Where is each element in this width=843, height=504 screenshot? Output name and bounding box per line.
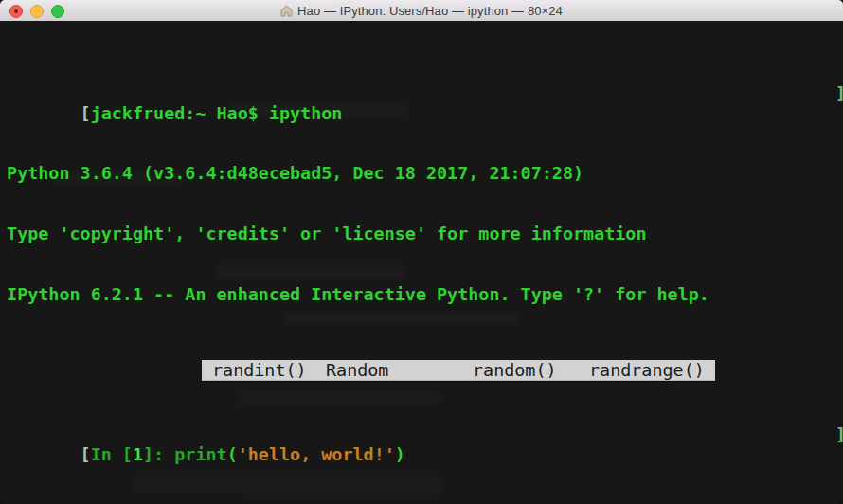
autocomplete-item[interactable]: random() <box>473 360 557 381</box>
close-button[interactable] <box>9 5 23 18</box>
home-folder-icon[interactable] <box>280 5 293 17</box>
autocomplete-item[interactable]: randrange() <box>589 360 705 381</box>
python-banner-line: Type 'copyright', 'credits' or 'license'… <box>0 224 843 243</box>
right-bracket-artifact: ] <box>835 424 843 444</box>
left-bracket-artifact: [ <box>81 444 91 464</box>
shell-prompt-line: [jackfrued:~ Hao$ ipython ] <box>0 83 843 103</box>
zoom-button[interactable] <box>51 5 64 18</box>
python-banner-line: Python 3.6.4 (v3.6.4:d48ecebad5, Dec 18 … <box>0 163 843 183</box>
prompt-number: 1 <box>133 444 143 464</box>
title-bar[interactable]: Hao — IPython: Users/Hao — ipython — 80×… <box>0 0 843 22</box>
prompt-label: ]: <box>143 444 174 464</box>
left-bracket-artifact: [ <box>81 103 91 123</box>
banner-text: IPython 6.2.1 -- An enhanced Interactive… <box>7 284 709 304</box>
autocomplete-menu: randint() Random random() randrange() <box>202 360 715 381</box>
input-line-1: [In [1]: print('hello, world!') ] <box>0 424 843 444</box>
banner-text: Type 'copyright', 'credits' or 'license'… <box>7 224 646 243</box>
window-title-group: Hao — IPython: Users/Hao — ipython — 80×… <box>280 4 563 18</box>
terminal-content[interactable]: [jackfrued:~ Hao$ ipython ] Python 3.6.4… <box>0 21 843 504</box>
banner-text: Python 3.6.4 (v3.6.4:d48ecebad5, Dec 18 … <box>7 163 583 183</box>
ipython-banner-line: IPython 6.2.1 -- An enhanced Interactive… <box>0 284 843 304</box>
autocomplete-item[interactable]: randint() <box>212 360 307 381</box>
minimize-button[interactable] <box>30 5 44 18</box>
prompt-label: In [ <box>91 444 133 464</box>
window-title: Hao — IPython: Users/Hao — ipython — 80×… <box>297 4 563 18</box>
right-bracket-artifact: ] <box>835 83 843 103</box>
terminal-window: Hao — IPython: Users/Hao — ipython — 80×… <box>0 0 843 504</box>
shell-prompt-text: jackfrued:~ Hao$ ipython <box>91 103 343 123</box>
terminal-grid: [jackfrued:~ Hao$ ipython ] Python 3.6.4… <box>0 21 843 504</box>
window-controls <box>9 5 64 18</box>
paren-token: ) <box>395 444 405 464</box>
autocomplete-item[interactable]: Random <box>326 360 388 381</box>
